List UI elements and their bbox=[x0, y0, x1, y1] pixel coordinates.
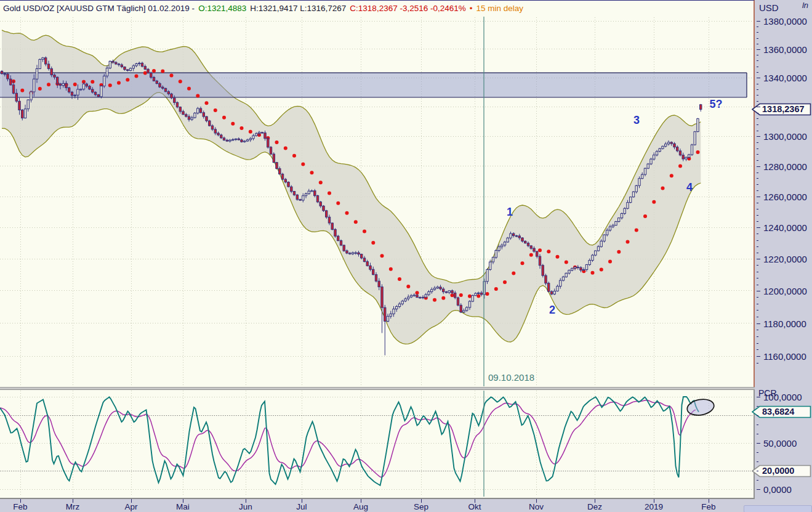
price-tick bbox=[757, 21, 760, 22]
indicator-tick bbox=[757, 489, 760, 490]
wave-label-4: 4 bbox=[686, 181, 693, 193]
price-tick bbox=[757, 253, 758, 253]
price-tick bbox=[757, 136, 760, 137]
price-tick bbox=[757, 154, 758, 155]
price-tick bbox=[757, 178, 758, 179]
open-value: O:1321,4883 bbox=[198, 4, 246, 13]
price-tick bbox=[757, 246, 758, 247]
price-tick-label: 1300,0000 bbox=[763, 131, 807, 142]
high-low-values: H:1321,9417 L:1316,7267 bbox=[250, 4, 346, 13]
price-tick bbox=[757, 259, 760, 259]
pcr-signal-line bbox=[0, 400, 696, 477]
indicator-gridlines bbox=[0, 391, 754, 497]
price-tick-label: 1220,0000 bbox=[763, 254, 807, 264]
price-tick-label: 1160,0000 bbox=[763, 351, 806, 362]
price-tick bbox=[757, 285, 758, 285]
indicator-canvas[interactable] bbox=[0, 390, 754, 498]
price-tick bbox=[757, 60, 758, 61]
wave-label-1: 1 bbox=[507, 206, 513, 218]
price-tick bbox=[757, 49, 760, 50]
price-tick bbox=[757, 84, 758, 84]
price-tick bbox=[757, 78, 760, 78]
price-tick-label: 1200,0000 bbox=[763, 285, 807, 296]
price-tick-label: 1360,0000 bbox=[763, 44, 807, 54]
price-tick bbox=[757, 166, 760, 167]
price-tick bbox=[757, 240, 758, 241]
price-chart-canvas[interactable]: 09.10.201812345? bbox=[0, 16, 754, 387]
price-tick bbox=[757, 221, 758, 222]
month-tick-label: Sep bbox=[401, 502, 441, 511]
threshold-value-tag-text: 20,0000 bbox=[762, 465, 794, 477]
price-tick bbox=[757, 113, 758, 113]
price-tick-label: 1340,0000 bbox=[763, 73, 807, 83]
month-tick-label: Feb bbox=[1, 502, 40, 511]
price-tick bbox=[757, 356, 760, 357]
indicator-tick bbox=[757, 434, 758, 434]
price-tick bbox=[757, 190, 758, 191]
price-chart-panel[interactable]: 09.10.201812345? bbox=[0, 16, 755, 387]
month-tick-label: Mrz bbox=[53, 502, 92, 511]
indicator-value-tag-text: 83,6824 bbox=[762, 406, 794, 418]
month-tick-label: Dez bbox=[575, 502, 614, 511]
month-tick-label: Feb bbox=[689, 502, 728, 511]
price-tick bbox=[757, 101, 758, 102]
price-tick bbox=[757, 26, 758, 27]
price-tick bbox=[757, 215, 758, 216]
price-tick bbox=[757, 278, 758, 278]
indicator-tick bbox=[757, 443, 760, 444]
log-scale-icon[interactable]: ln bbox=[802, 1, 808, 10]
month-tick-label: Apr bbox=[111, 502, 151, 511]
close-change-values: C:1318,2367 -3,2516 -0,2461% bbox=[350, 4, 465, 13]
price-tick bbox=[757, 197, 760, 197]
price-tick-label: 1180,0000 bbox=[763, 318, 806, 328]
axis-unit-label: USD bbox=[759, 2, 779, 13]
indicator-tick bbox=[757, 452, 758, 453]
price-tick bbox=[757, 55, 758, 55]
month-tick-label: 2019 bbox=[634, 502, 673, 511]
month-tick-label: Okt bbox=[455, 502, 494, 511]
price-tick bbox=[757, 38, 758, 39]
price-tick bbox=[757, 107, 760, 107]
indicator-tick bbox=[757, 397, 760, 397]
pcr-main-line bbox=[0, 397, 699, 486]
indicator-tick-label: 50,0000 bbox=[763, 438, 797, 449]
month-tick-label: Mai bbox=[163, 502, 203, 511]
month-tick-label: Jun bbox=[226, 502, 265, 511]
price-tick bbox=[757, 304, 758, 304]
price-tick bbox=[757, 160, 758, 161]
price-tick bbox=[757, 272, 758, 272]
price-tick bbox=[757, 44, 758, 44]
last-price-tag: 1318,2367 bbox=[752, 103, 811, 116]
price-tick bbox=[757, 184, 758, 185]
price-tick bbox=[757, 173, 758, 173]
price-tick bbox=[757, 310, 758, 311]
price-tick bbox=[757, 336, 758, 337]
indicator-tick bbox=[757, 480, 758, 481]
wave-label-2: 2 bbox=[549, 304, 555, 316]
indicator-tick-label: 100,0000 bbox=[763, 392, 802, 402]
price-tick-label: 1260,0000 bbox=[763, 192, 807, 202]
price-axis[interactable]: USD ln PCR 1318,2367 83,6824 20,0000 138… bbox=[755, 0, 812, 512]
indicator-tick bbox=[757, 415, 758, 416]
trading-chart-window: Gold USD/OZ [XAUUSD GTM Täglich] 01.02.2… bbox=[0, 0, 812, 512]
price-tick bbox=[757, 349, 758, 350]
price-tick bbox=[757, 142, 758, 143]
price-tick bbox=[757, 265, 758, 266]
indicator-value-tag: 83,6824 bbox=[752, 405, 811, 418]
scrollbar-corner[interactable] bbox=[744, 505, 812, 512]
indicator-panel[interactable]: Tradesignal® on Line bbox=[0, 390, 755, 499]
price-tick bbox=[757, 209, 758, 209]
indicator-tick bbox=[757, 406, 758, 407]
price-tick bbox=[757, 203, 758, 203]
resistance-zone bbox=[0, 73, 747, 97]
price-tick bbox=[757, 72, 758, 73]
price-tick bbox=[757, 343, 758, 344]
price-tick bbox=[757, 67, 758, 67]
price-tick bbox=[757, 227, 760, 228]
price-tick bbox=[757, 323, 760, 324]
wave-label-5q: 5? bbox=[709, 98, 722, 110]
date-line-label: 09.10.2018 bbox=[488, 372, 534, 383]
time-axis[interactable]: FebMrzAprMaiJunJulAugSepOktNovDez2019Feb bbox=[0, 499, 755, 512]
price-tick bbox=[757, 124, 758, 125]
instrument-title: Gold USD/OZ [XAUUSD GTM Täglich] 01.02.2… bbox=[3, 4, 195, 13]
